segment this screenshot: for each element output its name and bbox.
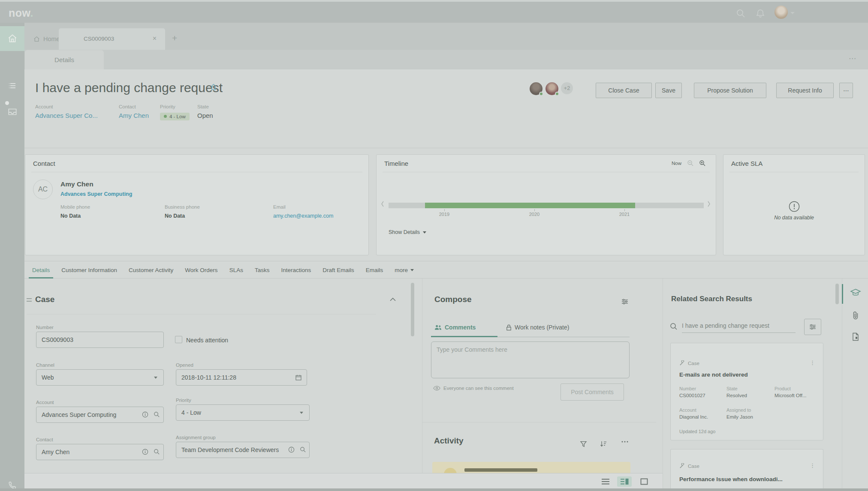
- search-settings-button[interactable]: [804, 319, 821, 335]
- priority-value: 4 - Low: [181, 409, 201, 416]
- zoom-in-icon[interactable]: [699, 160, 706, 167]
- request-info-button[interactable]: Request Info: [776, 83, 834, 98]
- result-kebab-icon[interactable]: ⋮: [810, 359, 815, 366]
- add-tab-icon[interactable]: +: [172, 33, 177, 42]
- tab-more-label: more: [395, 267, 408, 273]
- email-link[interactable]: amy.chen@example.com: [273, 213, 333, 219]
- tab-work-orders[interactable]: Work Orders: [185, 262, 217, 278]
- attachment-paperclip-icon[interactable]: [852, 311, 859, 320]
- search-result-card[interactable]: Case ⋮ E-mails are not delivered Number …: [670, 343, 823, 440]
- user-menu-caret-icon[interactable]: [790, 12, 795, 14]
- tab-tasks[interactable]: Tasks: [255, 262, 270, 278]
- list-view-toggle-icon[interactable]: [598, 476, 613, 487]
- priority-select[interactable]: 4 - Low: [176, 404, 310, 421]
- timeline-tick: [444, 209, 445, 211]
- rail-list-item[interactable]: [0, 77, 24, 94]
- assignee-avatar-2[interactable]: [545, 81, 559, 96]
- needs-attention-checkbox[interactable]: [175, 336, 182, 343]
- compose-settings-sliders-icon[interactable]: [621, 298, 629, 305]
- notifications-bell-icon[interactable]: [756, 9, 765, 18]
- activity-more-icon[interactable]: [621, 440, 629, 448]
- timeline-next-chevron-icon[interactable]: [707, 201, 712, 210]
- header-account-label: Account: [35, 104, 98, 109]
- header-account-value[interactable]: Advances Super Co...: [35, 112, 98, 119]
- opened-field[interactable]: [176, 369, 307, 386]
- reference-lookup-icon[interactable]: [300, 446, 307, 453]
- related-scrollbar-thumb[interactable]: [835, 284, 839, 304]
- calendar-icon[interactable]: [295, 374, 302, 381]
- reference-lookup-icon[interactable]: [154, 411, 160, 418]
- contact-company-link[interactable]: Advances Super Computing: [60, 191, 132, 197]
- split-view-toggle-icon[interactable]: [617, 476, 632, 487]
- rail-home-item[interactable]: [0, 26, 24, 51]
- sort-icon[interactable]: [600, 440, 607, 448]
- form-scrollbar-thumb[interactable]: [411, 283, 414, 336]
- result-title[interactable]: E-mails are not delivered: [679, 371, 748, 378]
- tab-customer-information[interactable]: Customer Information: [61, 262, 117, 278]
- timeline-track[interactable]: [389, 203, 704, 208]
- doc-tab-details-label: Details: [54, 56, 74, 63]
- user-avatar[interactable]: [775, 6, 788, 19]
- tab-customer-activity[interactable]: Customer Activity: [129, 262, 173, 278]
- info-circle-icon[interactable]: [288, 446, 295, 453]
- avatar-overflow-count[interactable]: +2: [561, 82, 573, 94]
- chevron-down-icon: [410, 269, 414, 271]
- account-label: Account: [36, 400, 54, 405]
- section-drag-handle-icon[interactable]: [27, 298, 32, 302]
- tab-interactions[interactable]: Interactions: [281, 262, 311, 278]
- header-contact-value[interactable]: Amy Chen: [119, 112, 149, 119]
- show-details-toggle[interactable]: Show Details: [389, 229, 426, 235]
- doc-tab-details[interactable]: Details: [25, 50, 104, 69]
- tab-draft-emails[interactable]: Draft Emails: [322, 262, 354, 278]
- tab-close-icon[interactable]: ×: [153, 35, 157, 42]
- tab-slas[interactable]: SLAs: [229, 262, 243, 278]
- header-state-label: State: [197, 104, 213, 109]
- post-comments-button[interactable]: Post Comments: [561, 383, 624, 401]
- tab-case-label: CS0009003: [84, 36, 114, 42]
- tab-emails[interactable]: Emails: [366, 262, 383, 278]
- collapse-section-chevron-icon[interactable]: [389, 297, 396, 302]
- now-logo-text: now: [9, 7, 30, 19]
- field-label: State: [726, 386, 747, 391]
- save-button[interactable]: Save: [655, 83, 682, 98]
- comment-input[interactable]: [431, 341, 630, 378]
- search-result-card[interactable]: Case ⋮ Performance Issue when downloadi.…: [670, 449, 823, 491]
- comments-tab[interactable]: Comments: [434, 324, 476, 331]
- tab-case-record[interactable]: CS0009003 ×: [59, 28, 165, 50]
- knowledge-grad-cap-icon[interactable]: [850, 288, 861, 297]
- timeline-prev-chevron-icon[interactable]: [381, 201, 386, 210]
- tab-details[interactable]: Details: [32, 262, 50, 278]
- filter-funnel-icon[interactable]: [580, 440, 588, 448]
- work-notes-tab[interactable]: Work notes (Private): [506, 324, 569, 331]
- related-search-title: Related Search Results: [671, 295, 752, 303]
- zoom-out-icon[interactable]: [687, 160, 694, 167]
- priority-dot-icon: [164, 115, 167, 118]
- close-case-button[interactable]: Close Case: [596, 83, 652, 98]
- info-circle-icon[interactable]: [142, 411, 149, 418]
- search-icon[interactable]: [736, 9, 745, 18]
- doc-row-overflow-icon[interactable]: ⋯: [849, 54, 856, 63]
- tab-label: Customer Information: [61, 267, 117, 273]
- info-circle-icon[interactable]: [142, 449, 149, 455]
- result-title[interactable]: Performance Issue when downloadi...: [679, 476, 783, 482]
- related-search-input[interactable]: [682, 322, 796, 333]
- tab-more[interactable]: more: [395, 262, 414, 278]
- reference-lookup-icon[interactable]: [154, 449, 160, 455]
- channel-select[interactable]: Web: [36, 369, 164, 386]
- chevron-down-icon: [423, 231, 426, 234]
- result-kebab-icon[interactable]: ⋮: [810, 462, 815, 469]
- timeline-range-label[interactable]: Now: [672, 161, 681, 166]
- more-actions-button[interactable]: ⋯: [839, 83, 853, 98]
- number-field[interactable]: [36, 332, 164, 348]
- document-icon[interactable]: [852, 332, 859, 341]
- tab-label: Interactions: [281, 267, 311, 273]
- tab-label: Customer Activity: [129, 267, 173, 273]
- priority-badge: 4 - Low: [160, 113, 190, 120]
- assignee-avatar-1[interactable]: [529, 81, 543, 96]
- now-logo: now.: [9, 7, 33, 19]
- propose-solution-button[interactable]: Propose Solution: [694, 83, 766, 98]
- tag-icon[interactable]: [210, 84, 217, 92]
- rail-inbox-item[interactable]: [0, 103, 24, 120]
- full-view-toggle-icon[interactable]: [637, 476, 651, 487]
- activity-entry-partial[interactable]: [432, 462, 630, 473]
